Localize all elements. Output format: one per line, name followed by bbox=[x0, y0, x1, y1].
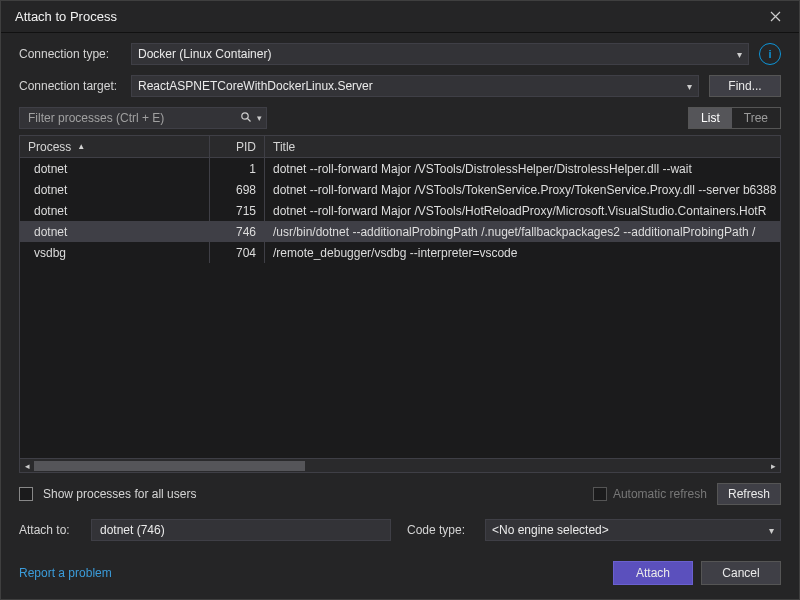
cell-title: dotnet --roll-forward Major /VSTools/Hot… bbox=[265, 200, 780, 221]
sort-asc-icon: ▲ bbox=[77, 142, 85, 151]
column-pid[interactable]: PID bbox=[210, 136, 265, 157]
horizontal-scrollbar[interactable]: ◂ ▸ bbox=[20, 458, 780, 472]
cell-process: dotnet bbox=[20, 179, 210, 200]
connection-type-row: Connection type: Docker (Linux Container… bbox=[19, 43, 781, 65]
auto-refresh-checkbox[interactable] bbox=[593, 487, 607, 501]
attach-to-process-dialog: Attach to Process Connection type: Docke… bbox=[0, 0, 800, 600]
close-icon[interactable] bbox=[755, 2, 795, 32]
connection-target-combo[interactable]: ReactASPNETCoreWithDockerLinux.Server ▾ bbox=[131, 75, 699, 97]
search-icon[interactable] bbox=[238, 111, 254, 126]
report-problem-link[interactable]: Report a problem bbox=[19, 566, 112, 580]
table-body: dotnet1dotnet --roll-forward Major /VSTo… bbox=[20, 158, 780, 458]
window-title: Attach to Process bbox=[15, 9, 755, 24]
process-table: Process ▲ PID Title dotnet1dotnet --roll… bbox=[19, 135, 781, 473]
cell-title: /usr/bin/dotnet --additionalProbingPath … bbox=[265, 221, 780, 242]
cell-pid: 715 bbox=[210, 200, 265, 221]
view-toggle: List Tree bbox=[688, 107, 781, 129]
attach-to-label: Attach to: bbox=[19, 523, 81, 537]
connection-target-row: Connection target: ReactASPNETCoreWithDo… bbox=[19, 75, 781, 97]
titlebar: Attach to Process bbox=[1, 1, 799, 33]
cell-pid: 1 bbox=[210, 158, 265, 179]
cancel-button[interactable]: Cancel bbox=[701, 561, 781, 585]
table-row[interactable]: dotnet715dotnet --roll-forward Major /VS… bbox=[20, 200, 780, 221]
cell-process: dotnet bbox=[20, 200, 210, 221]
chevron-down-icon: ▾ bbox=[737, 49, 742, 60]
view-list-toggle[interactable]: List bbox=[689, 108, 732, 128]
scroll-thumb[interactable] bbox=[34, 461, 305, 471]
cell-pid: 698 bbox=[210, 179, 265, 200]
show-all-users-label: Show processes for all users bbox=[43, 487, 196, 501]
connection-target-value: ReactASPNETCoreWithDockerLinux.Server bbox=[138, 79, 373, 93]
info-icon[interactable]: i bbox=[759, 43, 781, 65]
column-process[interactable]: Process ▲ bbox=[20, 136, 210, 157]
cell-process: dotnet bbox=[20, 158, 210, 179]
cell-pid: 746 bbox=[210, 221, 265, 242]
table-header: Process ▲ PID Title bbox=[20, 136, 780, 158]
scroll-left-icon[interactable]: ◂ bbox=[20, 459, 34, 473]
cell-title: /remote_debugger/vsdbg --interpreter=vsc… bbox=[265, 242, 780, 263]
connection-type-label: Connection type: bbox=[19, 47, 131, 61]
connection-type-combo[interactable]: Docker (Linux Container) ▾ bbox=[131, 43, 749, 65]
attach-button[interactable]: Attach bbox=[613, 561, 693, 585]
chevron-down-icon: ▾ bbox=[769, 525, 774, 536]
cell-title: dotnet --roll-forward Major /VSTools/Tok… bbox=[265, 179, 780, 200]
cell-process: dotnet bbox=[20, 221, 210, 242]
view-tree-toggle[interactable]: Tree bbox=[732, 108, 780, 128]
column-title[interactable]: Title bbox=[265, 136, 780, 157]
show-all-users-checkbox[interactable] bbox=[19, 487, 33, 501]
table-row[interactable]: vsdbg704/remote_debugger/vsdbg --interpr… bbox=[20, 242, 780, 263]
svg-point-0 bbox=[242, 112, 248, 118]
find-button[interactable]: Find... bbox=[709, 75, 781, 97]
connection-type-value: Docker (Linux Container) bbox=[138, 47, 271, 61]
auto-refresh-label: Automatic refresh bbox=[613, 487, 707, 501]
code-type-value: <No engine selected> bbox=[492, 523, 609, 537]
table-row[interactable]: dotnet746/usr/bin/dotnet --additionalPro… bbox=[20, 221, 780, 242]
filter-placeholder: Filter processes (Ctrl + E) bbox=[28, 111, 238, 125]
filter-input[interactable]: Filter processes (Ctrl + E) ▾ bbox=[19, 107, 267, 129]
table-row[interactable]: dotnet698dotnet --roll-forward Major /VS… bbox=[20, 179, 780, 200]
table-row[interactable]: dotnet1dotnet --roll-forward Major /VSTo… bbox=[20, 158, 780, 179]
cell-title: dotnet --roll-forward Major /VSTools/Dis… bbox=[265, 158, 780, 179]
code-type-label: Code type: bbox=[407, 523, 475, 537]
cell-pid: 704 bbox=[210, 242, 265, 263]
code-type-combo[interactable]: <No engine selected> ▾ bbox=[485, 519, 781, 541]
connection-target-label: Connection target: bbox=[19, 79, 131, 93]
chevron-down-icon: ▾ bbox=[687, 81, 692, 92]
chevron-down-icon[interactable]: ▾ bbox=[254, 113, 262, 123]
refresh-button[interactable]: Refresh bbox=[717, 483, 781, 505]
scroll-right-icon[interactable]: ▸ bbox=[766, 459, 780, 473]
cell-process: vsdbg bbox=[20, 242, 210, 263]
attach-to-input[interactable]: dotnet (746) bbox=[91, 519, 391, 541]
